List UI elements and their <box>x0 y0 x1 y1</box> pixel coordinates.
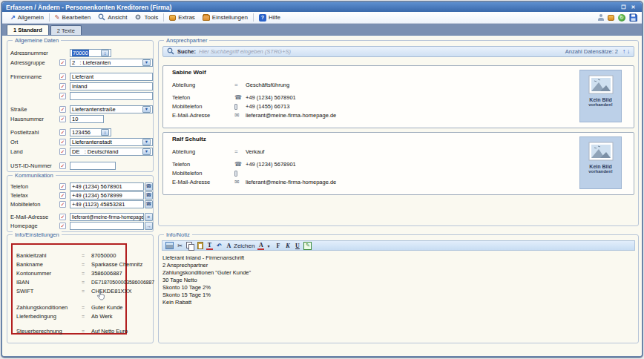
dropdown-icon[interactable]: ▾ <box>142 139 151 145</box>
insert-image-icon[interactable] <box>165 242 174 249</box>
adressnummer-input[interactable]: 70000↕ <box>70 49 111 57</box>
telefax-input[interactable]: +49 (1234) 5678999 <box>70 191 144 200</box>
field-checkbox[interactable]: ✓ <box>59 162 66 169</box>
no-image-placeholder[interactable]: Kein Bild vorhanden! <box>579 136 622 189</box>
dropdown-icon[interactable]: ▾ <box>142 59 151 66</box>
menu-allgemein[interactable]: ↗ Allgemein <box>7 13 47 23</box>
field-checkbox[interactable]: ✓ <box>59 139 66 145</box>
contact-icon[interactable] <box>597 14 604 21</box>
adressgruppe-select[interactable]: 2 : Lieferanten▾ <box>70 59 153 67</box>
menu-label: Allgemein <box>18 14 44 21</box>
contact-card[interactable]: Ralf Schultz Abteilung=Verkauf Telefon☎+… <box>162 132 634 195</box>
ort-select[interactable]: Lieferantenstadt▾ <box>70 138 153 146</box>
field-checkbox[interactable]: ✓ <box>59 93 66 99</box>
italic-icon[interactable]: K <box>284 242 291 250</box>
go-arrow-icon[interactable]: → <box>145 222 153 230</box>
firmenname-input-2[interactable]: Inland <box>70 82 153 90</box>
field-row-homepage: Homepage ✓ → <box>10 221 153 230</box>
save-icon[interactable] <box>629 13 637 22</box>
field-checkbox[interactable]: ✓ <box>59 223 66 229</box>
field-checkbox[interactable]: ✓ <box>59 192 66 199</box>
menu-einstellungen[interactable]: Einstellungen <box>199 13 252 23</box>
menu-hilfe[interactable]: ? Hilfe <box>255 13 284 23</box>
info-label: Bankname <box>16 261 82 268</box>
strasse-select[interactable]: Lieferantenstraße▾ <box>70 105 153 113</box>
field-checkbox[interactable]: ✓ <box>59 214 66 220</box>
font-color-icon[interactable]: A <box>257 242 264 250</box>
homepage-input[interactable] <box>70 222 144 230</box>
edit-note-icon[interactable]: ✎ <box>303 242 312 250</box>
field-row-strasse: Straße ✓ Lieferantenstraße▾ <box>10 105 153 113</box>
field-checkbox[interactable]: ✓ <box>59 59 66 66</box>
ust-input[interactable] <box>70 162 116 170</box>
field-checkbox[interactable]: ✓ <box>59 83 66 90</box>
close-button[interactable]: ✕ <box>628 3 638 11</box>
firmenname-input-1[interactable]: Lieferant <box>70 73 153 81</box>
menu-tools[interactable]: Tools <box>131 13 162 23</box>
tab-texte[interactable]: 2 Texte <box>50 25 82 35</box>
contact-label: Mobiltelefon <box>172 103 234 110</box>
hausnummer-input[interactable]: 10 <box>70 115 104 123</box>
character-icon[interactable]: A <box>226 242 232 250</box>
mail-list-icon[interactable]: ≡ <box>145 213 153 221</box>
spinner-icon[interactable]: ↕ <box>101 129 109 136</box>
note-text-area[interactable]: Lieferant Inland - Firmenanschrift 2 Ans… <box>162 254 634 340</box>
menu-bearbeiten[interactable]: ✎ Bearbeiten <box>51 13 94 23</box>
underline-icon[interactable]: U <box>294 242 300 250</box>
telefon-input[interactable]: +49 (1234) 5678901 <box>70 182 144 191</box>
font-icon[interactable]: T <box>206 242 213 250</box>
field-checkbox[interactable]: ✓ <box>59 106 66 113</box>
firmenname-input-3[interactable] <box>70 92 153 100</box>
field-checkbox[interactable]: ✓ <box>59 183 66 190</box>
equals-icon: = <box>82 314 91 319</box>
info-label: Kontonummer <box>16 270 82 277</box>
spinner-icon[interactable]: ↕ <box>101 50 109 56</box>
field-checkbox[interactable]: ✓ <box>59 73 66 80</box>
menu-bar: ↗ Allgemein ✎ Bearbeiten Ansicht Tools E… <box>2 12 642 24</box>
contact-search-bar[interactable]: Suche: Hier Suchbegriff eingeben (STRG+S… <box>162 46 634 57</box>
field-checkbox[interactable]: ✓ <box>59 201 66 208</box>
dropdown-icon[interactable]: ▾ <box>142 148 151 155</box>
copy-icon[interactable] <box>186 242 194 250</box>
dropdown-icon[interactable]: ▾ <box>142 106 151 113</box>
group-legend: Ansprechpartner <box>164 37 209 44</box>
paste-icon[interactable] <box>197 242 203 250</box>
email-value: lieferant@meine-firma-homepage.de <box>72 214 144 220</box>
dial-phone-icon[interactable]: ☎ <box>145 182 153 191</box>
sync-icon[interactable]: ↻ <box>618 14 625 22</box>
dial-phone-icon[interactable]: ☎ <box>145 200 153 208</box>
search-placeholder: Hier Suchbegriff eingeben (STRG+S) <box>199 48 291 55</box>
menu-separator <box>253 13 254 22</box>
field-checkbox[interactable]: ✓ <box>59 116 66 122</box>
menu-separator <box>163 13 164 22</box>
bold-icon[interactable]: F <box>275 242 281 250</box>
email-input[interactable]: lieferant@meine-firma-homepage.de <box>70 213 144 221</box>
cut-icon[interactable]: ✂ <box>177 242 183 250</box>
no-image-placeholder[interactable]: Kein Bild vorhanden! <box>579 70 622 122</box>
plz-input[interactable]: 123456↕ <box>70 128 111 136</box>
tab-standard[interactable]: 1 Standard <box>7 24 49 35</box>
hausnummer-value: 10 <box>72 116 78 122</box>
menu-extras[interactable]: Extras <box>165 13 199 23</box>
down-arrow-icon[interactable]: ↓ <box>627 48 630 55</box>
field-checkbox[interactable]: ✓ <box>59 148 66 155</box>
briefcase-icon[interactable] <box>608 15 614 21</box>
field-checkbox[interactable]: ✓ <box>59 129 66 136</box>
mobiltelefon-input[interactable]: +49 (1123) 45853281 <box>70 200 144 208</box>
maximize-button[interactable]: ❐ <box>619 3 628 11</box>
field-row-hausnummer: Hausnummer ✓ 10 <box>10 114 104 123</box>
undo-icon[interactable]: ↶ <box>216 242 223 250</box>
contact-card[interactable]: Sabine Wolf Abteilung=Geschäftsführung T… <box>162 65 634 128</box>
note-line: Kein Rabatt <box>162 299 634 306</box>
info-label: Bankleitzahl <box>16 252 82 259</box>
field-row-adressnummer: Adressnummer 70000↕ <box>10 48 111 57</box>
menu-ansicht[interactable]: Ansicht <box>94 13 131 23</box>
info-value: Auf Netto Euro <box>91 328 128 335</box>
land-select[interactable]: DE : Deutschland▾ <box>70 148 153 156</box>
equals-icon: = <box>234 82 246 88</box>
up-arrow-icon[interactable]: ↑ <box>622 48 625 55</box>
font-color-caret-icon[interactable]: ▾ <box>265 242 272 250</box>
dial-phone-icon[interactable]: ☎ <box>145 191 153 200</box>
note-line: 30 Tage Netto <box>162 277 634 284</box>
help-icon: ? <box>259 14 266 22</box>
